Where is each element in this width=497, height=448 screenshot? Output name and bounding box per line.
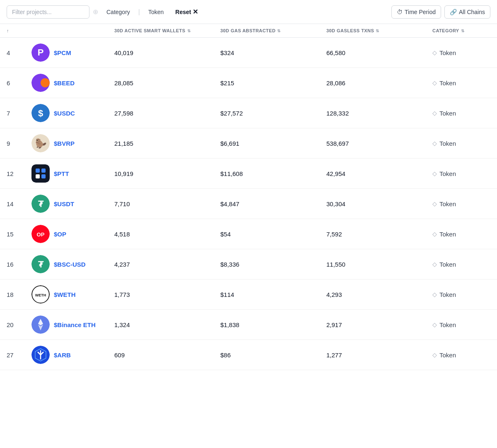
all-chains-label: All Chains xyxy=(459,9,485,15)
table-row: 16 ₮ $BSC-USD 4,237 $8,336 11,550 ◇ Toke… xyxy=(0,249,497,279)
row-txns-3: 538,697 xyxy=(326,140,432,147)
category-button[interactable]: Category xyxy=(101,6,135,18)
row-rank-4: 12 xyxy=(7,170,31,177)
project-name-8[interactable]: $WETH xyxy=(54,291,76,298)
row-txns-2: 128,332 xyxy=(326,110,432,117)
data-table: ↑ 30D Active Smart Wallets ⇅ 30D Gas Abs… xyxy=(0,24,497,370)
row-category-7: ◇ Token xyxy=(432,261,490,268)
row-txns-8: 4,293 xyxy=(326,291,432,298)
svg-point-3 xyxy=(41,78,50,87)
col-gas-abstracted[interactable]: 30D Gas Abstracted ⇅ xyxy=(220,28,326,33)
row-rank-10: 27 xyxy=(7,352,31,359)
svg-rect-8 xyxy=(31,164,50,183)
project-logo-10 xyxy=(31,346,50,364)
project-logo-1 xyxy=(31,74,50,92)
row-gas-4: $11,608 xyxy=(220,170,326,177)
project-name-10[interactable]: $ARB xyxy=(54,352,71,359)
row-project-6[interactable]: OP $OP xyxy=(31,225,114,243)
table-row: 4 P $PCM 40,019 $324 66,580 ◇ Token xyxy=(0,38,497,68)
sort-icon-category: ⇅ xyxy=(461,29,464,33)
row-gas-6: $54 xyxy=(220,231,326,238)
all-chains-button[interactable]: 🔗 All Chains xyxy=(444,5,490,19)
project-logo-5: ₮ xyxy=(31,195,50,213)
table-row: 12 $PTT 10,919 $11,608 42,954 ◇ Token xyxy=(0,159,497,189)
token-button[interactable]: Token xyxy=(143,6,169,18)
row-wallets-5: 7,710 xyxy=(114,200,220,207)
row-wallets-9: 1,324 xyxy=(114,321,220,328)
col-category[interactable]: Category ⇅ xyxy=(432,28,490,33)
row-txns-6: 7,592 xyxy=(326,231,432,238)
project-name-9[interactable]: $Binance ETH xyxy=(54,321,96,328)
row-txns-7: 11,550 xyxy=(326,261,432,268)
reset-label: Reset xyxy=(175,9,191,15)
project-name-7[interactable]: $BSC-USD xyxy=(54,261,86,268)
clock-icon: ⏱ xyxy=(397,9,403,15)
sort-icon-wallets: ⇅ xyxy=(187,29,191,33)
time-period-button[interactable]: ⏱ Time Period xyxy=(391,5,441,19)
project-name-4[interactable]: $PTT xyxy=(54,170,69,177)
row-project-0[interactable]: P $PCM xyxy=(31,43,114,62)
row-wallets-7: 4,237 xyxy=(114,261,220,268)
row-project-9[interactable]: $Binance ETH xyxy=(31,316,114,334)
row-project-3[interactable]: 🦫 $BVRP xyxy=(31,134,114,152)
row-rank-0: 4 xyxy=(7,49,31,56)
reset-button[interactable]: Reset ✕ xyxy=(172,5,201,19)
project-logo-9 xyxy=(31,316,50,334)
row-txns-5: 30,304 xyxy=(326,200,432,207)
row-category-4: ◇ Token xyxy=(432,170,490,177)
diamond-icon-5: ◇ xyxy=(432,200,437,207)
svg-rect-9 xyxy=(36,169,40,173)
col-gasless-txns[interactable]: 30D Gasless Txns ⇅ xyxy=(326,28,432,33)
row-category-8: ◇ Token xyxy=(432,291,490,298)
svg-text:₮: ₮ xyxy=(38,260,44,269)
col-category-label: Category xyxy=(432,28,459,33)
project-name-3[interactable]: $BVRP xyxy=(54,140,75,147)
project-name-1[interactable]: $BEED xyxy=(54,79,75,87)
category-label: Category xyxy=(106,9,130,15)
diamond-icon-0: ◇ xyxy=(432,49,437,56)
category-label-2: Token xyxy=(439,110,456,117)
row-project-8[interactable]: WETH $WETH xyxy=(31,285,114,303)
diamond-icon-8: ◇ xyxy=(432,291,437,298)
row-wallets-1: 28,085 xyxy=(114,79,220,87)
row-project-4[interactable]: $PTT xyxy=(31,164,114,183)
row-category-9: ◇ Token xyxy=(432,321,490,328)
row-rank-6: 15 xyxy=(7,231,31,238)
category-label-0: Token xyxy=(439,49,456,56)
link-icon: 🔗 xyxy=(450,9,457,15)
category-label-1: Token xyxy=(439,79,456,87)
project-name-0[interactable]: $PCM xyxy=(54,49,71,56)
row-rank-7: 16 xyxy=(7,261,31,268)
project-logo-3: 🦫 xyxy=(31,134,50,152)
category-label-8: Token xyxy=(439,291,456,298)
diamond-icon-6: ◇ xyxy=(432,231,437,237)
filter-input[interactable] xyxy=(7,5,89,19)
svg-rect-12 xyxy=(41,174,46,178)
row-wallets-4: 10,919 xyxy=(114,170,220,177)
row-project-1[interactable]: $BEED xyxy=(31,74,114,92)
col-active-wallets[interactable]: 30D Active Smart Wallets ⇅ xyxy=(114,28,220,33)
row-gas-9: $1,838 xyxy=(220,321,326,328)
row-wallets-2: 27,598 xyxy=(114,110,220,117)
row-txns-4: 42,954 xyxy=(326,170,432,177)
diamond-icon-9: ◇ xyxy=(432,321,437,328)
row-gas-1: $215 xyxy=(220,79,326,87)
row-project-2[interactable]: $ $USDC xyxy=(31,104,114,122)
row-project-10[interactable]: $ARB xyxy=(31,346,114,364)
table-row: 18 WETH $WETH 1,773 $114 4,293 ◇ Token xyxy=(0,279,497,310)
row-txns-1: 28,086 xyxy=(326,79,432,87)
row-gas-2: $27,572 xyxy=(220,110,326,117)
col-rank[interactable]: ↑ xyxy=(7,28,31,33)
row-gas-8: $114 xyxy=(220,291,326,298)
row-category-6: ◇ Token xyxy=(432,231,490,238)
project-name-5[interactable]: $USDT xyxy=(54,200,74,207)
project-name-6[interactable]: $OP xyxy=(54,231,66,238)
svg-text:₮: ₮ xyxy=(38,200,44,209)
category-label-7: Token xyxy=(439,261,456,268)
diamond-icon-1: ◇ xyxy=(432,79,437,86)
row-project-7[interactable]: ₮ $BSC-USD xyxy=(31,255,114,273)
col-active-wallets-label: 30D Active Smart Wallets xyxy=(114,28,186,33)
project-name-2[interactable]: $USDC xyxy=(54,110,75,117)
time-period-label: Time Period xyxy=(405,9,436,15)
row-project-5[interactable]: ₮ $USDT xyxy=(31,195,114,213)
